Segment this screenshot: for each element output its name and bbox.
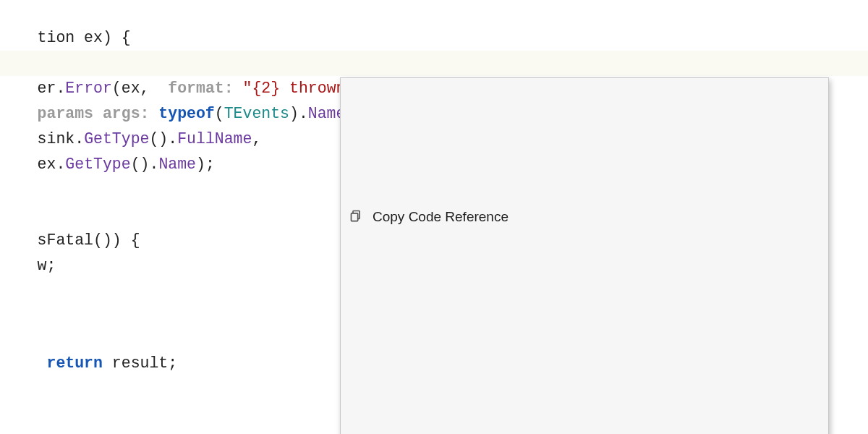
code-editor[interactable]: tion ex) { gged(ex)) { er.Error(ex, form… (0, 0, 868, 434)
popup-header: Copy Code Reference (341, 154, 828, 281)
copy-icon (349, 158, 365, 274)
popup-items: Orchard.InvokeExtensions.Invoke<TEvents,… (341, 357, 828, 434)
code-line: gged(ex)) { (0, 25, 868, 51)
code-line: tion ex) { (0, 0, 868, 25)
copy-code-reference-popup: Copy Code Reference Orchard.InvokeExtens… (340, 77, 829, 434)
svg-rect-1 (352, 213, 358, 221)
code-line-current: er.Error(ex, format: "{2} thrown from {0… (0, 51, 868, 76)
popup-title: Copy Code Reference (373, 204, 509, 229)
